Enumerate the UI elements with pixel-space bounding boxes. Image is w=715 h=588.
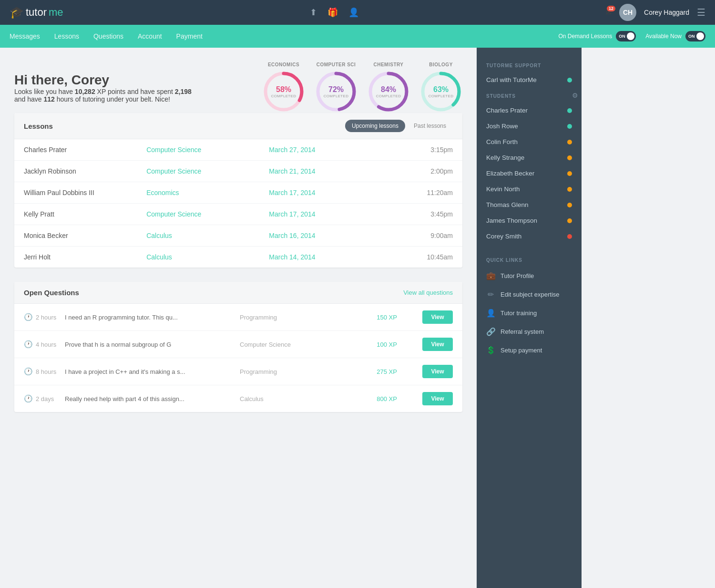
lesson-date: March 27, 2014 [269, 146, 391, 154]
time-text: 2 hours [36, 314, 56, 321]
lesson-subject: Calculus [146, 253, 269, 261]
sidebar-support-item[interactable]: Carl with TutorMe [477, 72, 582, 88]
questions-table: 🕐 2 hours I need an R programming tutor.… [14, 304, 462, 412]
table-row[interactable]: Monica Becker Calculus March 16, 2014 9:… [14, 225, 462, 247]
sidebar-student-item[interactable]: Elizabeth Becker [477, 165, 582, 181]
circle-pct: 84% [381, 85, 396, 93]
table-row[interactable]: Jerri Holt Calculus March 14, 2014 10:45… [14, 247, 462, 268]
welcome-heading: Hi there, Corey [14, 72, 243, 88]
tab-past[interactable]: Past lessons [407, 120, 453, 132]
view-all-questions-link[interactable]: View all questions [403, 289, 453, 296]
view-question-button[interactable]: View [422, 365, 453, 378]
available-on-label: ON [688, 34, 695, 39]
nav-account[interactable]: Account [138, 31, 162, 42]
available-label: Available Now [645, 33, 682, 40]
main-layout: Hi there, Corey Looks like you have 10,2… [0, 48, 715, 588]
quicklink-item[interactable]: 👤 Tutor training [477, 304, 582, 322]
student-name: Kevin North [486, 186, 520, 193]
sidebar-student-item[interactable]: Colin Forth [477, 134, 582, 150]
quicklink-item[interactable]: 💲 Setup payment [477, 341, 582, 360]
sidebar-student-item[interactable]: Josh Rowe [477, 118, 582, 134]
person-icon: 👤 [486, 309, 495, 318]
student-status-dot [567, 171, 572, 176]
mail-wrapper[interactable]: ✉ 12 [606, 9, 612, 16]
time-text: 2 days [36, 395, 54, 402]
welcome-desc: Looks like you have 10,282 XP points and… [14, 88, 243, 103]
question-subject: Calculus [240, 395, 351, 402]
pencil-icon: ✏ [486, 290, 495, 299]
sidebar-student-item[interactable]: Corey Smith [477, 228, 582, 244]
quicklink-label: Tutor training [500, 309, 537, 317]
student-status-dot [567, 140, 572, 144]
question-xp: 800 XP [359, 395, 415, 402]
circle-chart: 63% COMPLETED [419, 70, 462, 113]
view-question-button[interactable]: View [422, 338, 453, 351]
quicklink-item[interactable]: ✏ Edit subject expertise [477, 285, 582, 304]
lesson-time: 9:00am [391, 232, 453, 239]
students-gear-icon[interactable]: ⚙ [572, 92, 582, 99]
nav-payment[interactable]: Payment [176, 31, 203, 42]
question-subject: Programming [240, 314, 351, 321]
question-xp: 100 XP [359, 341, 415, 348]
table-row[interactable]: Kelly Pratt Computer Science March 17, 2… [14, 204, 462, 225]
lesson-subject: Computer Science [146, 146, 269, 154]
clock-icon: 🕐 [24, 313, 33, 321]
lesson-date: March 14, 2014 [269, 253, 391, 261]
question-time: 🕐 4 hours [24, 340, 57, 349]
lesson-student: Kelly Pratt [24, 210, 146, 218]
lesson-student: Charles Prater [24, 146, 146, 154]
lesson-student: Jerri Holt [24, 253, 146, 261]
nav-messages[interactable]: Messages [10, 31, 40, 42]
student-status-dot [567, 203, 572, 207]
available-toggle[interactable]: ON [685, 31, 705, 41]
top-nav-icons: ⬆ 🎁 👤 [310, 7, 359, 18]
sidebar-student-item[interactable]: Kelly Strange [477, 150, 582, 165]
table-row[interactable]: William Paul Dobbins III Economics March… [14, 182, 462, 204]
time-text: 8 hours [36, 368, 56, 375]
table-row[interactable]: Jacklyn Robinson Computer Science March … [14, 161, 462, 182]
student-status-dot [567, 218, 572, 223]
quicklink-item[interactable]: 💼 Tutor Profile [477, 267, 582, 285]
view-question-button[interactable]: View [422, 392, 453, 405]
table-row[interactable]: Charles Prater Computer Science March 27… [14, 139, 462, 161]
sidebar: TUTORME SUPPORT Carl with TutorMe STUDEN… [477, 48, 582, 588]
sidebar-student-item[interactable]: Thomas Glenn [477, 197, 582, 213]
sidebar-student-item[interactable]: Charles Prater [477, 103, 582, 118]
share-icon: 🔗 [486, 327, 495, 336]
sidebar-student-item[interactable]: James Thompson [477, 213, 582, 228]
support-section-title: TUTORME SUPPORT [477, 57, 582, 72]
lesson-date: March 17, 2014 [269, 189, 391, 196]
sidebar-student-item[interactable]: Kevin North [477, 181, 582, 197]
student-name: Elizabeth Becker [486, 170, 534, 177]
circle-chart: 72% COMPLETED [315, 70, 358, 113]
sub-nav-right: On Demand Lessons ON Available Now ON [558, 31, 705, 41]
quicklink-label: Tutor Profile [500, 272, 534, 279]
user-plus-icon[interactable]: 👤 [348, 7, 359, 18]
circle-pct: 58% [276, 85, 291, 93]
student-status-dot [567, 108, 572, 113]
student-status-dot [567, 155, 572, 160]
view-question-button[interactable]: View [422, 310, 453, 324]
gift-icon[interactable]: 🎁 [327, 7, 338, 18]
nav-lessons[interactable]: Lessons [54, 31, 79, 42]
logo-me-text: me [49, 6, 63, 19]
lessons-table: Charles Prater Computer Science March 27… [14, 139, 462, 268]
quicklink-item[interactable]: 🔗 Referral system [477, 322, 582, 341]
circle-label: CHEMISTRY [373, 62, 403, 67]
tab-upcoming[interactable]: Upcoming lessons [345, 120, 405, 132]
circle-chart: 84% COMPLETED [367, 70, 410, 113]
student-name: Josh Rowe [486, 123, 518, 130]
avatar[interactable]: CH [619, 4, 636, 21]
top-nav: 🎓 tutorme ⬆ 🎁 👤 ✉ 12 CH Corey Haggard ☰ [0, 0, 715, 25]
hamburger-icon[interactable]: ☰ [697, 7, 705, 18]
upload-icon[interactable]: ⬆ [310, 7, 317, 18]
clock-icon: 🕐 [24, 367, 33, 376]
logo[interactable]: 🎓 tutorme [10, 6, 63, 19]
nav-questions[interactable]: Questions [93, 31, 123, 42]
main-content: Hi there, Corey Looks like you have 10,2… [0, 48, 477, 588]
on-demand-toggle[interactable]: ON [616, 31, 636, 41]
time-text: 4 hours [36, 341, 56, 348]
clock-icon: 🕐 [24, 394, 33, 403]
on-demand-label: On Demand Lessons [558, 33, 612, 40]
circle-label: COMPUTER SCI [317, 62, 356, 67]
